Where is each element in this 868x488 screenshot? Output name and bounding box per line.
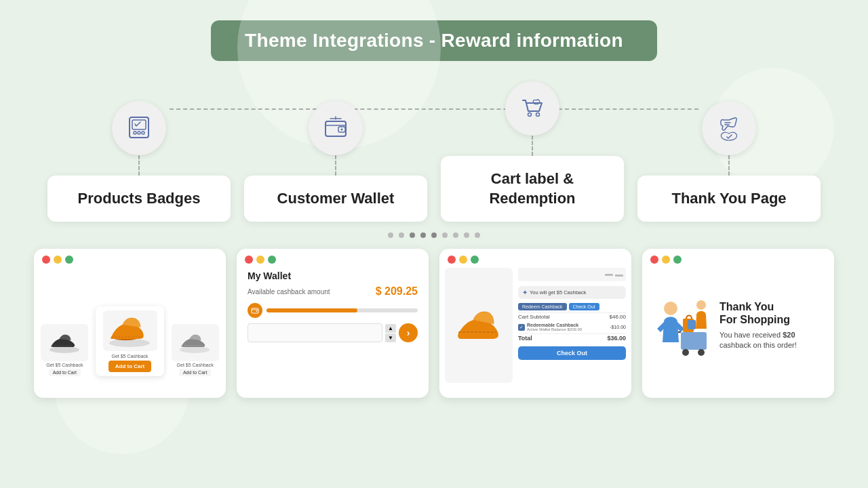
stepper-up[interactable]: ▲ [385, 324, 396, 333]
wallet-icon [322, 115, 349, 142]
dot-5 [431, 232, 437, 238]
window-chrome-1 [34, 249, 226, 268]
redemption-value: -$10.00 [610, 325, 626, 329]
cashback-label-featured: Get $5 Cashback [111, 354, 148, 359]
shoe-badge-3: Get $5 Cashback [177, 363, 214, 367]
shoe-img-featured [103, 310, 157, 351]
customer-wallet-preview: My Wallet Available cashback amount $ 20… [237, 249, 429, 398]
shoe-item-featured: Get $5 Cashback Add to Cart [96, 306, 165, 376]
redemption-checkbox[interactable]: ✓ [518, 324, 525, 331]
dot-2 [399, 232, 404, 238]
cart-action-btns: Redeem Cashback Check Out [518, 303, 626, 310]
svg-point-12 [180, 346, 210, 353]
svg-point-8 [528, 113, 532, 117]
max-dot [65, 256, 73, 264]
svg-point-2 [134, 131, 136, 134]
products-badges-preview: Get $5 Cashback Add to Cart G [34, 249, 226, 398]
thankyou-content: Thank YouFor Shopping You have received … [642, 268, 834, 383]
thank-you-card: Thank You Page [637, 176, 821, 222]
close-dot-4 [650, 256, 658, 264]
feature-thank-you: Thank You Page [637, 101, 821, 222]
cashback-star-icon: ✦ [522, 289, 528, 296]
dot-6 [442, 232, 448, 238]
thank-icon [715, 115, 743, 142]
add-to-cart-small-1[interactable]: Add to Cart [49, 369, 81, 376]
cart-label-card: Cart label &Redemption [441, 156, 624, 222]
cashback-bubble: ✦ You will get $5 Cashback [518, 286, 626, 299]
cart-preview: ✦ You will get $5 Cashback Redeem Cashba… [439, 249, 631, 398]
customer-wallet-label: Customer Wallet [277, 190, 395, 207]
badge-icon [125, 115, 153, 142]
svg-rect-13 [252, 308, 258, 313]
window-chrome-3 [439, 249, 631, 268]
thankyou-desc: You have received $20 cashback on this o… [719, 330, 826, 351]
vert-connector-2 [335, 155, 336, 176]
max-dot-3 [471, 256, 479, 264]
shoe-img-3 [172, 324, 219, 361]
close-dot-2 [245, 256, 253, 264]
redemption-label: Redeemable Cashback [527, 323, 582, 327]
wallet-progress-fill [267, 308, 357, 312]
vert-connector-1 [138, 155, 140, 176]
close-dot [42, 256, 50, 264]
subtotal-value: $46.00 [610, 314, 626, 320]
add-to-cart-small-3[interactable]: Add to Cart [179, 369, 211, 376]
svg-point-3 [138, 131, 140, 134]
max-dot-4 [673, 256, 682, 264]
thank-you-label: Thank You Page [671, 190, 786, 207]
orange-shoe-svg [104, 314, 155, 348]
window-chrome-4 [642, 249, 834, 268]
wallet-input-row: ▲ ▼ › [248, 323, 418, 342]
cart-product-image [445, 268, 513, 383]
wallet-label: Available cashback amount [248, 288, 330, 296]
checkout-big-btn[interactable]: Check Out [518, 346, 626, 360]
products-badges-icon-circle [112, 101, 166, 155]
cart-label-icon-circle [505, 81, 559, 136]
page-container: Theme Integrations - Reward information … [0, 0, 868, 488]
wallet-title: My Wallet [248, 270, 418, 281]
svg-point-7 [341, 128, 343, 130]
svg-rect-1 [132, 120, 146, 129]
vert-connector-3 [532, 136, 533, 156]
svg-point-16 [682, 349, 689, 356]
thankyou-amount: $20 [783, 331, 795, 339]
svg-point-20 [696, 300, 706, 310]
cart-redemption-row: ✓ Redeemable Cashback Active Wallet Bala… [518, 323, 626, 331]
svg-rect-5 [326, 121, 346, 136]
svg-point-4 [142, 131, 144, 134]
min-dot [54, 256, 62, 264]
cart-icon [519, 95, 546, 122]
thankyou-text: Thank YouFor Shopping You have received … [719, 300, 826, 351]
customer-wallet-card: Customer Wallet [244, 176, 427, 222]
wallet-content: My Wallet Available cashback amount $ 20… [237, 268, 429, 348]
dot-8 [464, 232, 469, 238]
shoe-item-3: Get $5 Cashback Add to Cart [170, 324, 220, 376]
close-dot-3 [448, 256, 456, 264]
wallet-input[interactable] [248, 323, 382, 342]
dark-shoe-svg [46, 331, 83, 354]
shoe-img-1 [41, 324, 88, 361]
shoes-display: Get $5 Cashback Add to Cart G [34, 268, 226, 376]
feature-products-badges: Products Badges [47, 101, 231, 222]
checkout-btn-top[interactable]: Check Out [569, 303, 599, 310]
stepper-down[interactable]: ▼ [385, 333, 396, 342]
feature-customer-wallet: Customer Wallet [244, 101, 427, 222]
wallet-apply-btn[interactable]: › [399, 323, 418, 342]
redeem-cashback-btn[interactable]: Redeem Cashback [518, 303, 567, 310]
products-badges-label: Products Badges [78, 190, 201, 207]
min-dot-3 [459, 256, 467, 264]
add-to-cart-featured[interactable]: Add to Cart [108, 361, 152, 372]
redemption-info: Redeemable Cashback Active Wallet Balanc… [527, 323, 582, 331]
top-features-section: Products Badges Customer Wallet [27, 81, 841, 222]
cashback-msg: You will get $5 Cashback [530, 289, 587, 296]
wallet-mini-icon [251, 306, 259, 314]
cart-shoe-svg [452, 305, 506, 346]
cart-top-actions [518, 268, 626, 281]
wallet-progress-bar [267, 308, 418, 312]
cart-subtotal-row: Cart Subtotal $46.00 [518, 312, 626, 321]
customer-wallet-icon-circle [309, 101, 363, 155]
subtotal-label: Cart Subtotal [518, 314, 550, 320]
wallet-amount: $ 209.25 [376, 285, 418, 298]
svg-point-9 [536, 113, 540, 117]
svg-point-10 [50, 346, 79, 353]
